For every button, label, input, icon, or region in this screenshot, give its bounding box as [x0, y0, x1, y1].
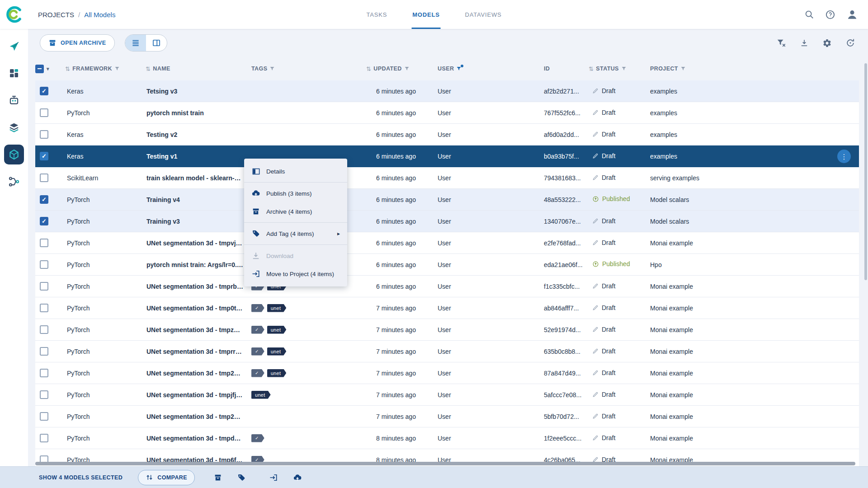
tag-chip[interactable]: unet — [251, 391, 271, 399]
tag-chip[interactable]: unet — [267, 326, 287, 334]
model-name[interactable]: pytorch mnist train — [146, 109, 248, 117]
tab-dataviews[interactable]: DATAVIEWS — [464, 0, 503, 29]
menu-item-publish[interactable]: Publish (3 items) — [244, 184, 347, 202]
filter-icon[interactable] — [404, 66, 410, 71]
menu-item-move-to-project[interactable]: Move to Project (4 items) — [244, 265, 347, 283]
clear-filters-button[interactable] — [776, 38, 786, 48]
column-header-user[interactable]: USER — [434, 66, 540, 72]
open-archive-button[interactable]: OPEN ARCHIVE — [40, 34, 115, 52]
table-row[interactable]: PyTorchUNet segmentation 3d - tmpzh0...✓… — [35, 319, 859, 341]
sidebar-item-rocket[interactable] — [4, 36, 24, 56]
model-name[interactable]: UNet segmentation 3d - tmp0tu... — [146, 305, 248, 312]
row-checkbox[interactable] — [40, 304, 48, 312]
sidebar-item-workers[interactable] — [4, 90, 24, 110]
menu-item-details[interactable]: Details — [244, 162, 347, 180]
filter-icon[interactable] — [269, 66, 275, 71]
row-checkbox[interactable] — [40, 260, 48, 269]
settings-button[interactable] — [822, 38, 832, 48]
row-checkbox[interactable] — [40, 130, 48, 139]
sort-icon[interactable]: ⇅ — [366, 66, 371, 72]
table-row[interactable]: PyTorchpytorch mnist train: Args/lr=0.01… — [35, 254, 859, 276]
help-button[interactable] — [825, 9, 835, 20]
move-button[interactable] — [269, 473, 278, 482]
table-row[interactable]: KerasTesting v16 minutes agoUserb0a93b75… — [35, 145, 859, 167]
filter-icon[interactable] — [680, 66, 686, 71]
table-row[interactable]: PyTorchUNet segmentation 3d - tmpjfjpv..… — [35, 384, 859, 406]
column-header-tags[interactable]: TAGS — [248, 66, 366, 72]
row-checkbox[interactable] — [40, 347, 48, 356]
row-checkbox[interactable] — [40, 152, 48, 160]
row-checkbox[interactable] — [40, 217, 48, 225]
sidebar-item-models[interactable] — [4, 145, 24, 164]
row-checkbox[interactable] — [40, 412, 48, 421]
row-checkbox[interactable] — [40, 434, 48, 442]
tag-chip[interactable]: unet — [267, 304, 287, 312]
tag-button[interactable] — [237, 473, 246, 482]
clearml-logo[interactable] — [0, 4, 28, 25]
horizontal-scrollbar[interactable] — [35, 462, 855, 465]
filter-icon[interactable] — [114, 66, 120, 71]
table-row[interactable]: PyTorchTraining v46 minutes agoUser48a55… — [35, 189, 859, 211]
table-row[interactable]: ScikitLearntrain sklearn model - sklearn… — [35, 167, 859, 189]
column-header-select[interactable]: ▾ — [35, 65, 65, 73]
filter-icon[interactable] — [621, 66, 627, 71]
model-name[interactable]: Testing v1 — [146, 153, 248, 160]
table-row[interactable]: PyTorchUNet segmentation 3d - tmprb9d...… — [35, 276, 859, 297]
breadcrumb-current[interactable]: All Models — [84, 11, 115, 19]
model-name[interactable]: UNet segmentation 3d - tmpdm4... — [146, 435, 248, 442]
archive-button[interactable] — [214, 474, 222, 482]
table-row[interactable]: PyTorchUNet segmentation 3d - tmp0tu...✓… — [35, 297, 859, 319]
tag-check-chip[interactable]: ✓ — [251, 347, 264, 356]
model-name[interactable]: UNet segmentation 3d - tmpjfjpv... — [146, 391, 248, 399]
model-name[interactable]: Tetsing v3 — [146, 88, 248, 95]
sort-icon[interactable]: ⇅ — [146, 66, 151, 72]
tag-check-chip[interactable]: ✓ — [251, 434, 264, 442]
row-checkbox[interactable] — [40, 390, 48, 399]
model-name[interactable]: pytorch mnist train: Args/lr=0.01 — [146, 261, 248, 268]
compare-button[interactable]: COMPARE — [138, 470, 195, 485]
sidebar-item-datasets[interactable] — [4, 117, 24, 137]
model-name[interactable]: Training v3 — [146, 218, 248, 225]
sort-icon[interactable]: ⇅ — [65, 66, 70, 72]
user-button[interactable] — [846, 9, 858, 20]
row-checkbox[interactable] — [40, 174, 48, 182]
vertical-scrollbar[interactable] — [864, 63, 867, 280]
menu-item-archive[interactable]: Archive (4 items) — [244, 202, 347, 221]
table-row[interactable]: KerasTetsing v36 minutes agoUseraf2b2d27… — [35, 80, 859, 102]
model-name[interactable]: train sklearn model - sklearn-mo... — [146, 174, 248, 182]
select-menu-caret-icon[interactable]: ▾ — [47, 66, 49, 72]
column-header-updated[interactable]: ⇅UPDATED — [366, 66, 434, 72]
table-row[interactable]: KerasTesting v26 minutes agoUseraf6d0a2d… — [35, 124, 859, 145]
column-header-id[interactable]: ID — [540, 66, 589, 72]
row-checkbox[interactable] — [40, 87, 48, 95]
model-name[interactable]: UNet segmentation 3d - tmp29rf... — [146, 370, 248, 377]
filter-icon[interactable] — [456, 66, 462, 71]
column-header-status[interactable]: ⇅STATUS — [589, 66, 646, 72]
table-row[interactable]: PyTorchpytorch mnist train6 minutes agoU… — [35, 102, 859, 124]
breadcrumb-root[interactable]: PROJECTS — [38, 11, 74, 19]
model-name[interactable]: UNet segmentation 3d - tmprb9d... — [146, 283, 248, 290]
menu-item-add-tag[interactable]: Add Tag (4 items)▸ — [244, 225, 347, 243]
model-name[interactable]: UNet segmentation 3d - tmpzh0... — [146, 326, 248, 333]
tab-models[interactable]: MODELS — [411, 0, 440, 29]
table-row[interactable]: PyTorchUNet segmentation 3d - tmp2kr0...… — [35, 406, 859, 427]
sidebar-item-pipelines[interactable] — [4, 172, 24, 192]
select-all-checkbox[interactable] — [35, 65, 44, 73]
model-name[interactable]: Testing v2 — [146, 131, 248, 138]
row-checkbox[interactable] — [40, 282, 48, 291]
table-row[interactable]: PyTorchUNet segmentation 3d - tmpdm4...✓… — [35, 427, 859, 449]
model-name[interactable]: UNet segmentation 3d - tmp2kr0... — [146, 413, 248, 420]
sort-icon[interactable]: ⇅ — [589, 66, 594, 72]
tag-chip[interactable]: unet — [267, 347, 287, 356]
tag-chip[interactable]: unet — [267, 369, 287, 377]
row-checkbox[interactable] — [40, 195, 48, 204]
publish-button[interactable] — [293, 473, 302, 482]
tag-check-chip[interactable]: ✓ — [251, 326, 264, 334]
model-name[interactable]: UNet segmentation 3d - tmpvjhyl... — [146, 239, 248, 247]
sidebar-item-dashboard[interactable] — [4, 63, 24, 83]
row-menu-button[interactable]: ⋮ — [837, 150, 851, 163]
table-view-toggle[interactable] — [125, 35, 146, 51]
auto-refresh-button[interactable] — [845, 38, 855, 48]
table-row[interactable]: PyTorchUNet segmentation 3d - tmp29rf...… — [35, 362, 859, 384]
row-checkbox[interactable] — [40, 369, 48, 377]
